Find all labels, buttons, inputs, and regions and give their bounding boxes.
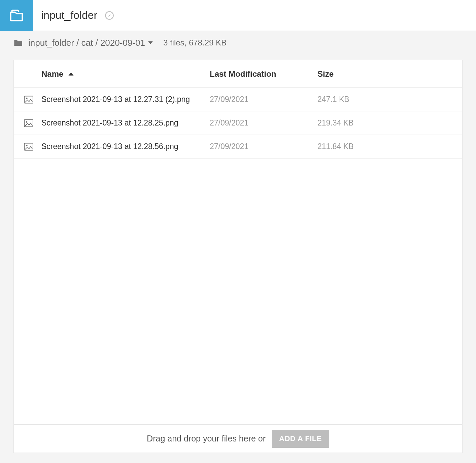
compass-icon[interactable] <box>105 11 114 20</box>
header: input_folder <box>0 0 476 31</box>
image-icon <box>24 96 41 104</box>
table-body: Screenshot 2021-09-13 at 12.27.31 (2).pn… <box>14 88 462 424</box>
column-modified[interactable]: Last Modification <box>210 69 317 79</box>
drop-zone[interactable]: Drag and drop your files here or ADD A F… <box>14 424 462 453</box>
file-name: Screenshot 2021-09-13 at 12.28.25.png <box>41 118 210 128</box>
column-name-label: Name <box>41 69 63 79</box>
breadcrumb-path: input_folder / cat / 2020-09-01 <box>28 38 145 48</box>
table-header: Name Last Modification Size <box>14 60 462 88</box>
add-file-button[interactable]: ADD A FILE <box>272 430 329 448</box>
table-row[interactable]: Screenshot 2021-09-13 at 12.27.31 (2).pn… <box>14 88 462 111</box>
table-row[interactable]: Screenshot 2021-09-13 at 12.28.56.png 27… <box>14 135 462 158</box>
file-browser: Name Last Modification Size Screenshot 2… <box>13 60 463 453</box>
column-size[interactable]: Size <box>317 69 405 79</box>
file-size: 211.84 KB <box>317 142 405 151</box>
chevron-down-icon <box>148 41 153 45</box>
column-name[interactable]: Name <box>41 69 210 79</box>
file-size: 219.34 KB <box>317 118 405 128</box>
folder-icon <box>13 39 23 47</box>
file-name: Screenshot 2021-09-13 at 12.28.56.png <box>41 142 210 151</box>
page-title: input_folder <box>41 9 97 22</box>
image-icon <box>24 119 41 127</box>
app-folder-icon[interactable] <box>0 0 33 31</box>
file-name: Screenshot 2021-09-13 at 12.27.31 (2).pn… <box>41 95 210 104</box>
folder-stats: 3 files, 678.29 KB <box>163 38 227 47</box>
svg-point-7 <box>26 121 28 123</box>
column-size-label: Size <box>317 69 334 78</box>
breadcrumb-bar: input_folder / cat / 2020-09-01 3 files,… <box>0 31 476 55</box>
file-modified: 27/09/2021 <box>210 118 317 128</box>
breadcrumb[interactable]: input_folder / cat / 2020-09-01 <box>28 38 153 48</box>
sort-asc-icon <box>68 72 74 76</box>
image-icon <box>24 143 41 151</box>
file-modified: 27/09/2021 <box>210 95 317 104</box>
file-modified: 27/09/2021 <box>210 142 317 151</box>
table-row[interactable]: Screenshot 2021-09-13 at 12.28.25.png 27… <box>14 111 462 135</box>
file-size: 247.1 KB <box>317 95 405 104</box>
column-modified-label: Last Modification <box>210 69 276 78</box>
svg-point-12 <box>26 145 28 146</box>
drop-text: Drag and drop your files here or <box>147 434 266 443</box>
svg-point-2 <box>26 98 28 99</box>
